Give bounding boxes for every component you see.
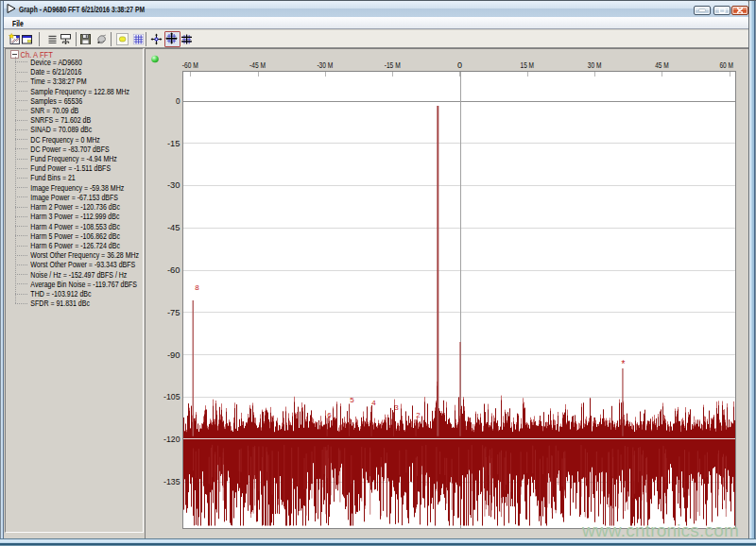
- svg-text:6: 6: [327, 411, 332, 419]
- svg-text:0: 0: [176, 96, 180, 106]
- svg-text:5: 5: [350, 396, 354, 404]
- svg-text:-15 M: -15 M: [385, 60, 401, 70]
- svg-text:-75: -75: [167, 308, 180, 317]
- svg-text:*: *: [622, 359, 626, 369]
- svg-text:-105: -105: [163, 392, 180, 401]
- svg-text:0: 0: [457, 60, 462, 70]
- svg-text:15 M: 15 M: [521, 60, 535, 70]
- svg-text:-60 M: -60 M: [182, 60, 198, 70]
- svg-text:-135: -135: [163, 477, 180, 486]
- svg-text:8: 8: [195, 283, 199, 292]
- svg-text:-60: -60: [167, 265, 180, 275]
- svg-text:-45 M: -45 M: [249, 60, 266, 70]
- svg-text:3: 3: [394, 403, 399, 412]
- svg-text:45 M: 45 M: [655, 60, 669, 70]
- svg-text:4: 4: [371, 399, 376, 407]
- svg-text:30 M: 30 M: [588, 60, 602, 70]
- svg-text:60 M: 60 M: [719, 60, 733, 70]
- svg-text:-90: -90: [167, 350, 180, 360]
- svg-text:-30: -30: [167, 180, 180, 190]
- svg-text:-120: -120: [163, 435, 180, 444]
- svg-text:-45: -45: [167, 223, 180, 232]
- svg-text:-30 M: -30 M: [317, 60, 333, 70]
- svg-text:-15: -15: [167, 139, 180, 148]
- svg-text:2: 2: [416, 411, 421, 419]
